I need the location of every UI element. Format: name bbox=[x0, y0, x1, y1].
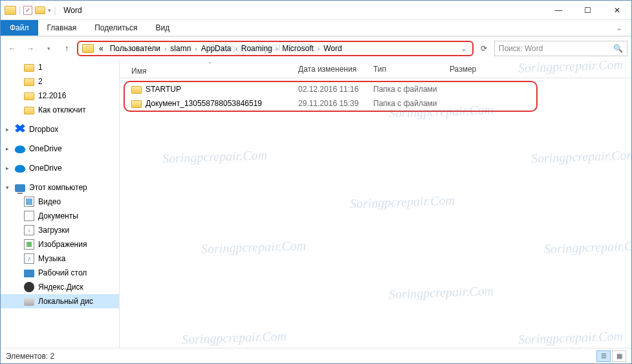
sidebar-item-label: Загрузки bbox=[38, 226, 69, 235]
breadcrumb-item[interactable]: Roaming bbox=[239, 44, 275, 53]
breadcrumb-item[interactable]: AppData bbox=[199, 44, 234, 53]
file-row[interactable]: Документ_130558788053846519 29.11.2016 1… bbox=[120, 96, 631, 111]
sidebar-item-videos[interactable]: Видео bbox=[1, 195, 119, 209]
navigation-row: ← → ▾ ↑ « Пользователи› slamn› AppData› … bbox=[1, 37, 631, 60]
music-icon bbox=[24, 253, 34, 264]
yandex-disk-icon bbox=[24, 282, 34, 292]
search-placeholder: Поиск: Word bbox=[499, 44, 613, 53]
sidebar-item-label: Музыка bbox=[38, 254, 65, 263]
app-folder-icon bbox=[5, 6, 16, 15]
status-item-count: Элементов: 2 bbox=[6, 352, 54, 361]
chevron-right-icon[interactable]: › bbox=[276, 45, 278, 52]
file-row[interactable]: STARTUP 02.12.2016 11:16 Папка с файлами bbox=[120, 82, 631, 96]
breadcrumb-item[interactable]: Word bbox=[321, 44, 344, 53]
file-date: 29.11.2016 15:39 bbox=[293, 99, 368, 108]
sidebar-item[interactable]: 12.2016 bbox=[1, 89, 119, 103]
file-list[interactable]: STARTUP 02.12.2016 11:16 Папка с файлами… bbox=[120, 78, 631, 348]
ribbon-expand-icon[interactable]: ⌄ bbox=[607, 20, 631, 36]
close-button[interactable]: ✕ bbox=[602, 1, 631, 20]
column-header-size[interactable]: Размер bbox=[444, 65, 496, 74]
breadcrumb-item[interactable]: Пользователи bbox=[107, 44, 163, 53]
sidebar-item[interactable]: 1 bbox=[1, 60, 119, 74]
dropbox-icon bbox=[15, 124, 25, 134]
sort-ascending-icon: ⌃ bbox=[131, 63, 288, 67]
folder-icon bbox=[24, 92, 34, 100]
maximize-button[interactable]: ☐ bbox=[573, 1, 602, 20]
sidebar-item-yandex-disk[interactable]: Яндекс.Диск bbox=[1, 280, 119, 294]
sidebar-item-local-disk[interactable]: Локальный дис bbox=[1, 294, 119, 308]
search-icon: 🔍 bbox=[613, 44, 623, 53]
sidebar-item-label: 1 bbox=[38, 63, 43, 72]
chevron-right-icon[interactable]: › bbox=[164, 45, 166, 52]
breadcrumb-item[interactable]: slamn bbox=[168, 44, 193, 53]
expander-icon[interactable]: ▸ bbox=[3, 126, 11, 133]
tab-file[interactable]: Файл bbox=[1, 20, 38, 36]
refresh-button[interactable]: ⟳ bbox=[476, 41, 492, 56]
address-history-dropdown-icon[interactable]: ⌄ bbox=[458, 44, 470, 53]
status-bar: Элементов: 2 ☰ ▦ bbox=[1, 348, 631, 363]
qat-dropdown-icon[interactable]: ▾ bbox=[48, 7, 51, 14]
file-name: STARTUP bbox=[146, 85, 181, 94]
qat-open-icon[interactable] bbox=[35, 6, 45, 14]
column-header-name[interactable]: ⌃ Имя bbox=[126, 63, 293, 76]
breadcrumb-overflow[interactable]: « bbox=[96, 44, 106, 53]
desktop-icon bbox=[24, 270, 34, 277]
nav-back-button[interactable]: ← bbox=[5, 41, 20, 56]
nav-recent-dropdown-icon[interactable]: ▾ bbox=[41, 41, 56, 56]
tab-home[interactable]: Главная bbox=[38, 20, 86, 36]
disk-icon bbox=[24, 298, 34, 306]
search-input[interactable]: Поиск: Word 🔍 bbox=[494, 41, 627, 56]
expander-icon[interactable]: ▾ bbox=[3, 184, 11, 191]
sidebar-scroll[interactable]: 1 2 12.2016 Как отключит ▸Dropbox ▸OneDr… bbox=[1, 60, 119, 348]
expander-icon[interactable]: ▸ bbox=[3, 145, 11, 152]
chevron-right-icon[interactable]: › bbox=[195, 45, 197, 52]
onedrive-icon bbox=[15, 145, 25, 153]
file-name: Документ_130558788053846519 bbox=[146, 99, 262, 108]
file-date: 02.12.2016 11:16 bbox=[293, 85, 368, 94]
file-type: Папка с файлами bbox=[368, 99, 444, 108]
sidebar-item-label: Видео bbox=[38, 197, 61, 206]
main-area: 1 2 12.2016 Как отключит ▸Dropbox ▸OneDr… bbox=[1, 60, 631, 348]
expander-icon[interactable]: ▸ bbox=[3, 165, 11, 171]
chevron-right-icon[interactable]: › bbox=[235, 45, 237, 52]
sidebar-item-documents[interactable]: Документы bbox=[1, 209, 119, 223]
sidebar-item-this-pc[interactable]: ▾Этот компьютер bbox=[1, 180, 119, 195]
address-bar[interactable]: « Пользователи› slamn› AppData› Roaming›… bbox=[77, 41, 474, 56]
sidebar-item[interactable]: 2 bbox=[1, 74, 119, 89]
sidebar-item-label: Документы bbox=[38, 211, 78, 220]
sidebar-item-downloads[interactable]: Загрузки bbox=[1, 223, 119, 237]
minimize-button[interactable]: — bbox=[544, 1, 573, 20]
ribbon-tabs: Файл Главная Поделиться Вид ⌄ bbox=[1, 20, 631, 37]
column-header-date[interactable]: Дата изменения bbox=[293, 65, 368, 74]
sidebar-item-onedrive[interactable]: ▸OneDrive bbox=[1, 161, 119, 175]
breadcrumb-item[interactable]: Microsoft bbox=[279, 44, 316, 53]
sidebar-item[interactable]: Как отключит bbox=[1, 103, 119, 117]
documents-icon bbox=[24, 211, 34, 221]
sidebar-item-label: Этот компьютер bbox=[29, 183, 87, 192]
tab-view[interactable]: Вид bbox=[146, 20, 179, 36]
qat-checkbox-icon[interactable]: ✓ bbox=[23, 6, 32, 15]
sidebar-item-pictures[interactable]: Изображения bbox=[1, 237, 119, 252]
onedrive-icon bbox=[15, 165, 25, 173]
view-details-button[interactable]: ☰ bbox=[596, 350, 611, 362]
view-icons-button[interactable]: ▦ bbox=[612, 350, 626, 362]
folder-icon bbox=[131, 86, 142, 94]
sidebar-item-label: Как отключит bbox=[38, 105, 86, 114]
chevron-right-icon[interactable]: › bbox=[318, 45, 320, 52]
sidebar-item-label: 2 bbox=[38, 77, 43, 86]
video-icon bbox=[24, 197, 34, 207]
sidebar-item-desktop[interactable]: Рабочий стол bbox=[1, 266, 119, 280]
column-header-type[interactable]: Тип bbox=[368, 65, 444, 74]
sidebar-item-onedrive[interactable]: ▸OneDrive bbox=[1, 142, 119, 156]
sidebar-item-music[interactable]: Музыка bbox=[1, 252, 119, 266]
title-bar: | ✓ ▾ | Word — ☐ ✕ bbox=[1, 1, 631, 20]
tab-share[interactable]: Поделиться bbox=[85, 20, 146, 36]
qat-divider-2: | bbox=[54, 6, 56, 15]
sidebar-item-label: OneDrive bbox=[29, 144, 62, 153]
pc-icon bbox=[15, 184, 25, 192]
nav-forward-button[interactable]: → bbox=[23, 41, 38, 56]
folder-icon bbox=[24, 107, 34, 114]
navigation-sidebar: 1 2 12.2016 Как отключит ▸Dropbox ▸OneDr… bbox=[1, 60, 120, 348]
sidebar-item-dropbox[interactable]: ▸Dropbox bbox=[1, 122, 119, 136]
nav-up-button[interactable]: ↑ bbox=[59, 41, 74, 56]
